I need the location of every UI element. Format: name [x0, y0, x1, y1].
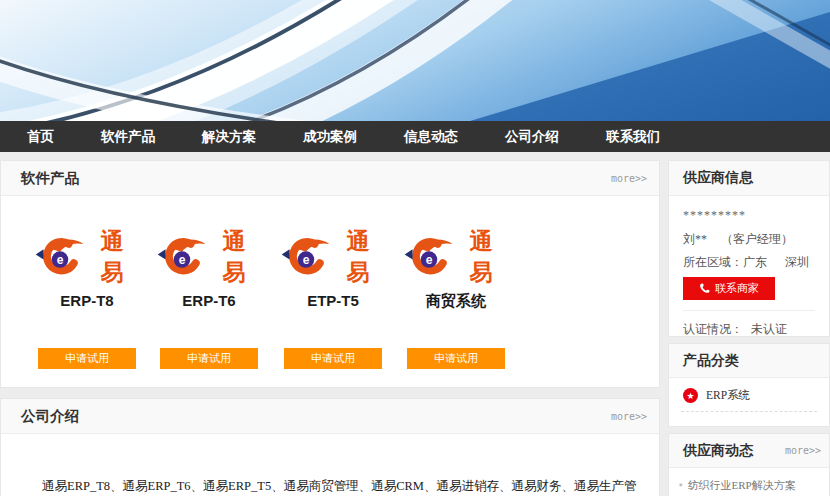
tongyi-logo-icon: e [403, 235, 455, 279]
company-panel-header: 公司介绍 more>> [1, 399, 659, 434]
update-item-label: 纺织行业ERP解决方案 [688, 478, 796, 493]
updates-more-link[interactable]: more>> [785, 445, 829, 456]
supplier-contact-line: 刘**（客户经理） [683, 230, 815, 248]
nav-item-products[interactable]: 软件产品 [101, 121, 155, 152]
svg-text:e: e [303, 253, 310, 267]
nav-item-solutions[interactable]: 解决方案 [202, 121, 256, 152]
updates-panel-title: 供应商动态 [669, 442, 753, 460]
tongyi-logo-text: 通易 [88, 226, 140, 288]
product-name: 商贸系统 [403, 292, 509, 311]
category-label: ERP系统 [706, 388, 750, 403]
contact-seller-button[interactable]: 联系商家 [683, 277, 775, 300]
supplier-panel-title: 供应商信息 [669, 169, 753, 187]
supplier-contact-role: （客户经理） [721, 232, 793, 246]
region-province: 广东 [743, 255, 767, 269]
tongyi-logo-text: 通易 [457, 226, 509, 288]
tongyi-logo: e 通易 [280, 232, 386, 282]
nav-item-home[interactable]: 首页 [27, 121, 54, 152]
cert-label: 认证情况： [683, 322, 743, 336]
company-more-link[interactable]: more>> [611, 411, 659, 422]
supplier-info-panel: 供应商信息 ********* 刘**（客户经理） 所在区域：广东深圳 联系商家… [668, 160, 830, 337]
phone-icon [699, 283, 710, 294]
trial-button-erp-t6[interactable]: 申请试用 [160, 348, 258, 369]
cert-status: 未认证 [751, 322, 787, 336]
category-item-erp[interactable]: ★ ERP系统 [681, 386, 817, 412]
tongyi-logo-icon: e [34, 235, 86, 279]
supplier-body: ********* 刘**（客户经理） 所在区域：广东深圳 联系商家 认证情况：… [669, 196, 829, 338]
banner-swoosh-graphic [0, 0, 830, 121]
tongyi-logo-text: 通易 [210, 226, 262, 288]
product-name: ERP-T6 [156, 292, 262, 309]
supplier-contact-name: 刘** [683, 232, 707, 246]
products-more-link[interactable]: more>> [611, 173, 659, 184]
products-panel-header: 软件产品 more>> [1, 161, 659, 196]
tongyi-logo: e 通易 [156, 232, 262, 282]
contact-seller-label: 联系商家 [715, 281, 759, 296]
product-card-trade-system[interactable]: e 通易 商贸系统 [403, 232, 509, 311]
products-body: e 通易 ERP-T8 e 通易 ERP-T6 [1, 196, 659, 388]
supplier-updates-panel: 供应商动态 more>> ▪ 纺织行业ERP解决方案 [668, 433, 830, 496]
product-card-erp-t6[interactable]: e 通易 ERP-T6 [156, 232, 262, 309]
region-city: 深圳 [785, 255, 809, 269]
supplier-region-line: 所在区域：广东深圳 [683, 253, 815, 271]
product-name: ERP-T8 [34, 292, 140, 309]
software-products-panel: 软件产品 more>> e 通易 ERP-T8 [0, 160, 660, 388]
updates-panel-header: 供应商动态 more>> [669, 434, 829, 468]
tongyi-logo-icon: e [156, 235, 208, 279]
update-item-textile-erp[interactable]: ▪ 纺织行业ERP解决方案 [679, 478, 821, 493]
trial-button-erp-t8[interactable]: 申请试用 [38, 348, 136, 369]
tongyi-logo-text: 通易 [334, 226, 386, 288]
nav-item-about[interactable]: 公司介绍 [505, 121, 559, 152]
bullet-icon: ▪ [679, 478, 683, 492]
svg-text:e: e [179, 253, 186, 267]
region-label: 所在区域： [683, 255, 743, 269]
company-intro-text: 通易ERP_T8、通易ERP_T6、通易ERP_T5、通易商贸管理、通易CRM、… [1, 434, 659, 496]
products-panel-title: 软件产品 [1, 169, 79, 188]
tongyi-logo-icon: e [280, 235, 332, 279]
certification-line: 认证情况：未认证 [683, 320, 815, 338]
categories-panel-title: 产品分类 [669, 352, 739, 370]
product-card-erp-t8[interactable]: e 通易 ERP-T8 [34, 232, 140, 309]
nav-item-news[interactable]: 信息动态 [404, 121, 458, 152]
tongyi-logo: e 通易 [34, 232, 140, 282]
nav-item-contact[interactable]: 联系我们 [606, 121, 660, 152]
hero-banner [0, 0, 830, 121]
categories-panel-header: 产品分类 [669, 344, 829, 378]
product-name: ETP-T5 [280, 292, 386, 309]
company-panel-title: 公司介绍 [1, 407, 79, 426]
company-intro-panel: 公司介绍 more>> 通易ERP_T8、通易ERP_T6、通易ERP_T5、通… [0, 398, 660, 496]
svg-text:e: e [426, 253, 433, 267]
product-card-etp-t5[interactable]: e 通易 ETP-T5 [280, 232, 386, 309]
main-navigation: 首页 软件产品 解决方案 成功案例 信息动态 公司介绍 联系我们 [0, 121, 830, 152]
trial-button-trade-system[interactable]: 申请试用 [407, 348, 505, 369]
star-badge-icon: ★ [683, 388, 698, 403]
nav-item-cases[interactable]: 成功案例 [303, 121, 357, 152]
svg-text:e: e [57, 253, 64, 267]
product-categories-panel: 产品分类 ★ ERP系统 [668, 343, 830, 427]
supplier-panel-header: 供应商信息 [669, 161, 829, 196]
divider [683, 310, 815, 311]
tongyi-logo: e 通易 [403, 232, 509, 282]
supplier-masked-name: ********* [683, 206, 815, 224]
trial-button-etp-t5[interactable]: 申请试用 [284, 348, 382, 369]
